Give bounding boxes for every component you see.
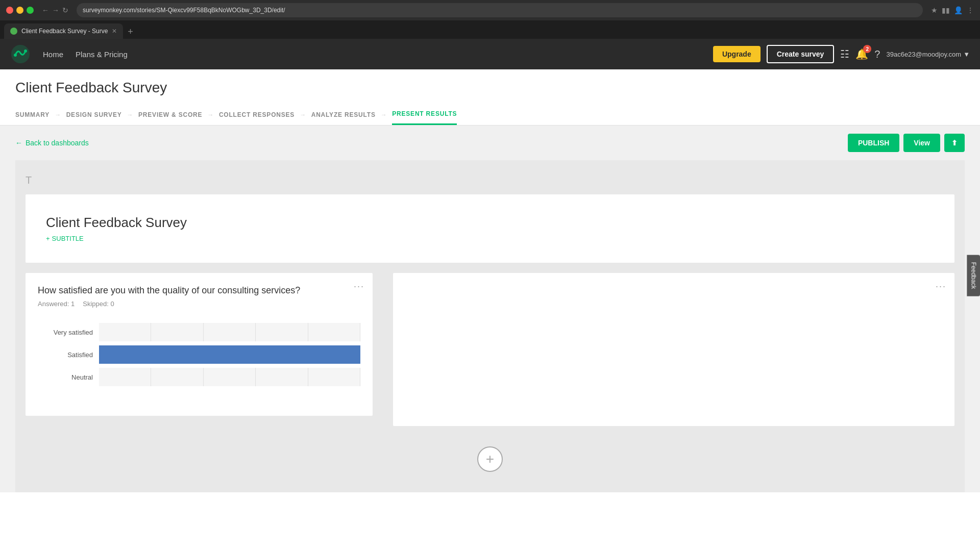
back-arrow-icon[interactable]: ← bbox=[42, 6, 49, 14]
browser-chrome: ← → ↻ surveymonkey.com/stories/SM-Qiexcv… bbox=[0, 0, 980, 20]
tab-arrow-4: → bbox=[300, 111, 306, 118]
browser-tab-active[interactable]: Client Feedback Survey - Surve ✕ bbox=[4, 23, 123, 39]
share-icon: ⬆ bbox=[951, 139, 958, 147]
back-to-dashboards-link[interactable]: ← Back to dashboards bbox=[15, 139, 89, 147]
browser-controls bbox=[6, 7, 34, 14]
user-email: 39ac6e23@moodjoy.com bbox=[886, 51, 961, 58]
browser-actions: ★ ▮▮ 👤 ⋮ bbox=[931, 6, 974, 14]
address-bar[interactable]: surveymonkey.com/stories/SM-Qiexcv99F58B… bbox=[77, 3, 923, 17]
cards-row: ··· How satisfied are you with the quali… bbox=[26, 273, 954, 426]
survey-tabs: SUMMARY → DESIGN SURVEY → PREVIEW & SCOR… bbox=[15, 104, 965, 125]
tab-favicon bbox=[10, 28, 17, 35]
tab-arrow-5: → bbox=[381, 111, 387, 118]
create-survey-button[interactable]: Create survey bbox=[767, 45, 835, 63]
account-chevron-icon: ▼ bbox=[963, 51, 970, 58]
chart-row: Satisfied bbox=[38, 345, 360, 364]
tab-arrow-3: → bbox=[207, 111, 214, 118]
question-text: How satisfied are you with the quality o… bbox=[38, 285, 360, 296]
question-more-icon[interactable]: ··· bbox=[354, 281, 364, 292]
menu-icon[interactable]: ⋮ bbox=[967, 6, 974, 14]
notifications-icon[interactable]: 🔔 2 bbox=[855, 48, 868, 60]
chart-bar-area bbox=[99, 345, 360, 364]
tab-collect-responses[interactable]: COLLECT RESPONSES bbox=[219, 105, 295, 124]
forward-arrow-icon[interactable]: → bbox=[52, 6, 59, 14]
chart-label: Neutral bbox=[38, 373, 99, 381]
chart-bar-area bbox=[99, 323, 360, 341]
browser-min-btn[interactable] bbox=[16, 7, 23, 14]
tab-summary[interactable]: SUMMARY bbox=[15, 105, 50, 124]
browser-nav: ← → ↻ bbox=[42, 6, 68, 14]
logo[interactable] bbox=[10, 44, 31, 64]
right-more-icon[interactable]: ··· bbox=[936, 281, 946, 292]
card-title: Client Feedback Survey bbox=[46, 215, 934, 231]
chart-bar-area bbox=[99, 368, 360, 386]
tab-preview-score[interactable]: PREVIEW & SCORE bbox=[138, 105, 202, 124]
survey-header: Client Feedback Survey SUMMARY → DESIGN … bbox=[0, 69, 980, 126]
chart-label: Very satisfied bbox=[38, 329, 99, 336]
right-panel: ··· bbox=[393, 273, 954, 426]
title-card: Client Feedback Survey + SUBTITLE bbox=[26, 194, 954, 263]
question-card: ··· How satisfied are you with the quali… bbox=[26, 273, 373, 416]
feedback-tab[interactable]: Feedback bbox=[967, 255, 980, 296]
card-subtitle[interactable]: + SUBTITLE bbox=[46, 235, 934, 242]
chart-bar bbox=[99, 345, 360, 364]
nav-actions: Upgrade Create survey ☷ 🔔 2 ? 39ac6e23@m… bbox=[713, 45, 970, 63]
svg-point-1 bbox=[14, 54, 17, 57]
upgrade-button[interactable]: Upgrade bbox=[713, 46, 761, 62]
presentation-content: T Client Feedback Survey + SUBTITLE ··· … bbox=[15, 160, 965, 492]
extensions-icon[interactable]: ▮▮ bbox=[942, 6, 950, 14]
toolbar-row: ← Back to dashboards PUBLISH View ⬆ bbox=[15, 126, 965, 160]
plus-icon: + bbox=[46, 235, 50, 242]
tab-arrow-2: → bbox=[127, 111, 134, 118]
text-icon-area: T bbox=[26, 170, 954, 194]
profile-icon[interactable]: 👤 bbox=[954, 6, 963, 14]
nav-plans-pricing[interactable]: Plans & Pricing bbox=[76, 50, 128, 59]
add-btn-container: + bbox=[26, 436, 954, 482]
survey-title: Client Feedback Survey bbox=[15, 80, 965, 96]
add-button[interactable]: + bbox=[477, 446, 503, 472]
tab-arrow-1: → bbox=[55, 111, 61, 118]
apps-icon[interactable]: ☷ bbox=[840, 48, 849, 60]
skipped-label: Skipped: 0 bbox=[83, 300, 114, 308]
chart-row: Neutral bbox=[38, 368, 360, 386]
tab-bar: Client Feedback Survey - Surve ✕ + bbox=[0, 20, 980, 39]
notification-badge: 2 bbox=[863, 45, 871, 53]
help-icon[interactable]: ? bbox=[874, 48, 880, 60]
tab-present-results[interactable]: PRESENT RESULTS bbox=[392, 104, 457, 125]
browser-close-btn[interactable] bbox=[6, 7, 13, 14]
publish-button[interactable]: PUBLISH bbox=[848, 134, 899, 152]
tab-design-survey[interactable]: DESIGN SURVEY bbox=[66, 105, 122, 124]
text-insert-icon[interactable]: T bbox=[26, 174, 32, 186]
refresh-icon[interactable]: ↻ bbox=[62, 6, 68, 14]
toolbar-actions: PUBLISH View ⬆ bbox=[848, 134, 965, 152]
answered-label: Answered: 1 bbox=[38, 300, 75, 308]
new-tab-button[interactable]: + bbox=[123, 24, 137, 39]
url-text: surveymonkey.com/stories/SM-Qiexcv99F58B… bbox=[83, 7, 285, 14]
share-button[interactable]: ⬆ bbox=[944, 134, 965, 152]
tab-close-icon[interactable]: ✕ bbox=[112, 28, 117, 35]
tab-title: Client Feedback Survey - Surve bbox=[21, 28, 108, 35]
question-meta: Answered: 1 Skipped: 0 bbox=[38, 300, 360, 308]
nav-home[interactable]: Home bbox=[43, 50, 63, 59]
user-account[interactable]: 39ac6e23@moodjoy.com ▼ bbox=[886, 51, 970, 58]
app-container: Home Plans & Pricing Upgrade Create surv… bbox=[0, 39, 980, 551]
back-label: Back to dashboards bbox=[26, 139, 89, 147]
content-area: ← Back to dashboards PUBLISH View ⬆ T Cl… bbox=[0, 126, 980, 492]
star-icon[interactable]: ★ bbox=[931, 6, 938, 14]
top-nav: Home Plans & Pricing Upgrade Create surv… bbox=[0, 39, 980, 69]
svg-point-2 bbox=[24, 49, 27, 53]
browser-max-btn[interactable] bbox=[27, 7, 34, 14]
view-button[interactable]: View bbox=[903, 134, 940, 152]
chart-container: Very satisfiedSatisfiedNeutral bbox=[38, 318, 360, 395]
nav-links: Home Plans & Pricing bbox=[43, 50, 128, 59]
chart-label: Satisfied bbox=[38, 351, 99, 359]
chart-row: Very satisfied bbox=[38, 323, 360, 341]
back-chevron-icon: ← bbox=[15, 139, 22, 147]
tab-analyze-results[interactable]: ANALYZE RESULTS bbox=[311, 105, 376, 124]
subtitle-label: SUBTITLE bbox=[52, 235, 84, 242]
